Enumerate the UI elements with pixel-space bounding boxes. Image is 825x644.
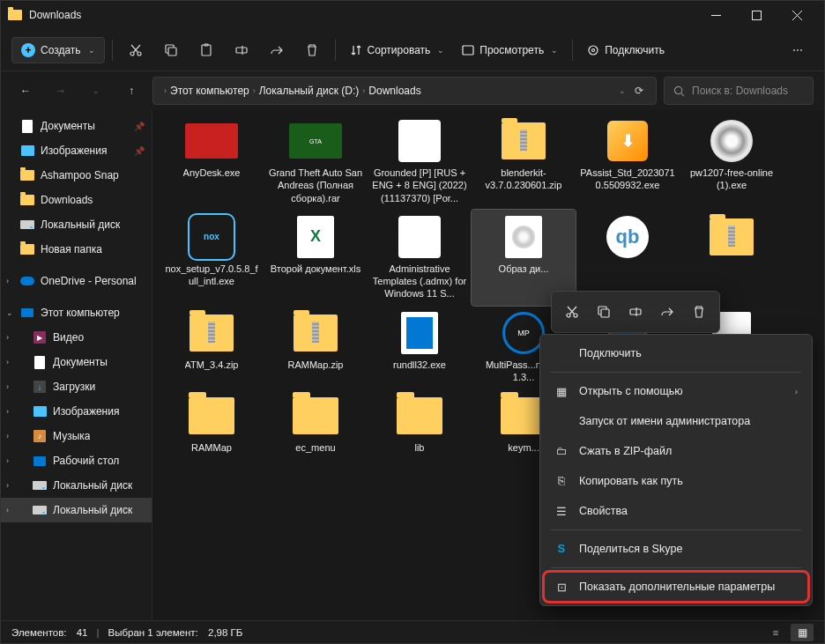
details-view-button[interactable]: ≡ xyxy=(764,624,787,641)
new-label: Создать xyxy=(41,44,81,56)
sidebar-item[interactable]: ›▶Видео xyxy=(1,325,152,350)
svg-point-2 xyxy=(130,52,134,56)
sidebar-item[interactable]: ›OneDrive - Personal xyxy=(1,269,152,293)
breadcrumb-item[interactable]: Этот компьютер xyxy=(170,85,249,97)
ctx-open-with[interactable]: ▦Открыть с помощью› xyxy=(544,376,808,406)
file-item[interactable]: XВторой документ.xls xyxy=(264,210,368,306)
forward-button[interactable]: → xyxy=(47,77,75,105)
file-item[interactable]: rundll32.exe xyxy=(368,306,472,389)
plus-icon: + xyxy=(21,43,35,57)
file-item[interactable]: RAMMap xyxy=(160,389,264,472)
delete-button[interactable] xyxy=(296,34,328,66)
sidebar-item[interactable]: ›Рабочий стол xyxy=(1,448,152,473)
svg-point-11 xyxy=(674,86,681,93)
svg-point-9 xyxy=(589,46,598,55)
sidebar-item[interactable]: ›Локальный диск xyxy=(1,473,152,498)
svg-point-10 xyxy=(592,48,595,51)
folder-icon xyxy=(8,10,22,20)
sort-button[interactable]: Сортировать⌄ xyxy=(343,39,452,62)
toolbar: + Создать ⌄ Сортировать⌄ Просмотреть⌄ По… xyxy=(1,29,824,71)
zip-icon: 🗀 xyxy=(554,445,569,457)
file-item[interactable]: Grounded [P] [RUS + ENG + 8 ENG] (2022) … xyxy=(368,114,472,210)
close-button[interactable] xyxy=(777,1,817,29)
connect-button[interactable]: Подключить xyxy=(580,39,672,62)
chevron-down-icon[interactable]: ⌄ xyxy=(619,86,626,95)
open-with-icon: ▦ xyxy=(554,385,569,398)
sidebar-item[interactable]: Локальный диск xyxy=(1,212,152,237)
breadcrumb[interactable]: › Этот компьютер › Локальный диск (D:) ›… xyxy=(152,77,657,105)
ctx-skype[interactable]: SПоделиться в Skype xyxy=(544,534,808,564)
file-item[interactable]: ATM_3.4.zip xyxy=(160,306,264,389)
view-button[interactable]: Просмотреть⌄ xyxy=(455,39,565,62)
new-button[interactable]: + Создать ⌄ xyxy=(11,37,105,63)
copy-path-icon: ⎘ xyxy=(554,475,569,487)
up-button[interactable]: ↑ xyxy=(117,77,145,105)
paste-button[interactable] xyxy=(190,34,222,66)
navbar: ← → ⌄ ↑ › Этот компьютер › Локальный дис… xyxy=(1,71,824,110)
icons-view-button[interactable]: ▦ xyxy=(791,624,814,641)
rename-button[interactable] xyxy=(226,34,257,66)
sidebar-item[interactable]: Ashampoo Snap xyxy=(1,163,152,188)
svg-rect-8 xyxy=(463,46,473,55)
ctx-zip[interactable]: 🗀Сжать в ZIP-файл xyxy=(544,436,808,466)
sidebar-item[interactable]: Новая папка xyxy=(1,237,152,262)
more-button[interactable]: ⋯ xyxy=(782,34,814,66)
search-input[interactable]: Поиск в: Downloads xyxy=(664,77,814,105)
refresh-button[interactable]: ⟳ xyxy=(635,85,643,97)
connect-icon xyxy=(587,44,599,56)
rename-button[interactable] xyxy=(621,297,650,327)
sort-icon xyxy=(350,44,362,56)
minimize-button[interactable] xyxy=(695,1,736,29)
file-item[interactable]: RAMMap.zip xyxy=(264,306,368,389)
search-icon xyxy=(673,85,685,97)
context-mini-toolbar xyxy=(551,291,720,333)
properties-icon: ☰ xyxy=(554,505,569,518)
share-button[interactable] xyxy=(261,34,293,66)
file-item[interactable]: pw1207-free-online (1).exe xyxy=(680,114,784,210)
copy-button[interactable] xyxy=(589,297,619,327)
ctx-properties[interactable]: ☰Свойства xyxy=(544,496,808,526)
sidebar-item[interactable]: Документы📌 xyxy=(1,114,152,138)
file-item[interactable]: GTAGrand Theft Auto San Andreas (Полная … xyxy=(264,114,368,210)
file-item[interactable]: lib xyxy=(368,389,472,472)
file-item[interactable]: blenderkit-v3.7.0.230601.zip xyxy=(472,114,576,210)
file-item[interactable]: Administrative Templates (.admx) for Win… xyxy=(368,210,472,306)
sidebar-item[interactable]: ⌄Этот компьютер xyxy=(1,300,152,325)
svg-rect-14 xyxy=(601,309,609,317)
file-item[interactable]: ⬇PAssist_Std_20230710.5509932.exe xyxy=(576,114,680,210)
svg-rect-4 xyxy=(168,48,176,56)
cut-button[interactable] xyxy=(557,297,587,327)
sidebar-item[interactable]: ›Документы xyxy=(1,350,152,374)
sidebar-item[interactable]: ›Локальный диск xyxy=(1,498,152,522)
sidebar: Документы📌Изображения📌Ashampoo SnapDownl… xyxy=(1,110,152,620)
ctx-run-admin[interactable]: Запуск от имени администратора xyxy=(544,406,808,436)
file-item[interactable]: noxnox_setup_v7.0.5.8_full_intl.exe xyxy=(160,210,264,306)
svg-rect-15 xyxy=(630,309,641,315)
share-button[interactable] xyxy=(652,297,682,327)
cut-button[interactable] xyxy=(120,34,152,66)
status-bar: Элементов: 41 | Выбран 1 элемент: 2,98 Г… xyxy=(1,620,824,643)
sidebar-item[interactable]: ›♪Музыка xyxy=(1,424,152,448)
sidebar-item[interactable]: Изображения📌 xyxy=(1,138,152,163)
sidebar-item[interactable]: ›↓Загрузки xyxy=(1,374,152,399)
file-item[interactable]: AnyDesk.exe xyxy=(160,114,264,210)
delete-button[interactable] xyxy=(684,297,714,327)
skype-icon: S xyxy=(554,543,569,555)
file-item[interactable]: ec_menu xyxy=(264,389,368,472)
chevron-down-icon: ⌄ xyxy=(88,46,95,55)
ctx-connect[interactable]: Подключить xyxy=(544,338,808,368)
copy-button[interactable] xyxy=(155,34,187,66)
ctx-show-more[interactable]: ⊡Показать дополнительные параметры xyxy=(544,572,808,602)
sidebar-item[interactable]: ›Изображения xyxy=(1,399,152,424)
sidebar-item[interactable]: Downloads xyxy=(1,188,152,212)
context-menu: Подключить ▦Открыть с помощью› Запуск от… xyxy=(539,334,813,606)
recent-dropdown[interactable]: ⌄ xyxy=(82,77,110,105)
ctx-copy-path[interactable]: ⎘Копировать как путь xyxy=(544,466,808,496)
svg-rect-7 xyxy=(236,48,247,53)
breadcrumb-item[interactable]: Downloads xyxy=(368,85,420,97)
maximize-button[interactable] xyxy=(736,1,777,29)
svg-rect-0 xyxy=(711,15,721,16)
back-button[interactable]: ← xyxy=(11,77,40,105)
svg-point-12 xyxy=(567,314,570,317)
breadcrumb-item[interactable]: Локальный диск (D:) xyxy=(259,85,360,97)
